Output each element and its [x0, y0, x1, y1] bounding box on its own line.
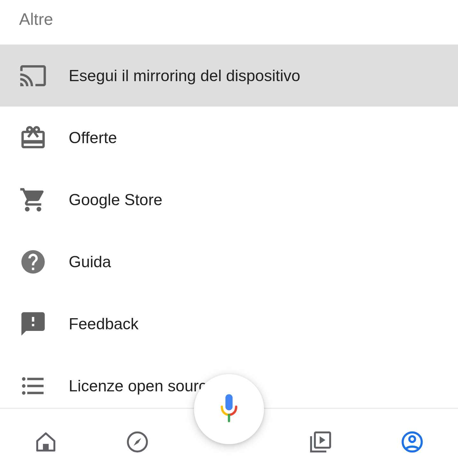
menu-item-label: Offerte	[69, 129, 117, 147]
menu-item-feedback[interactable]: Feedback	[0, 293, 458, 355]
nav-explore[interactable]	[126, 431, 149, 454]
nav-media[interactable]	[309, 431, 332, 454]
page-header: Altre	[0, 0, 458, 45]
menu-item-store[interactable]: Google Store	[0, 169, 458, 231]
cart-icon	[19, 186, 47, 214]
nav-account[interactable]	[401, 431, 424, 454]
menu-item-label: Licenze open source	[69, 377, 215, 395]
menu-item-label: Guida	[69, 253, 111, 271]
menu-item-label: Google Store	[69, 191, 163, 209]
svg-rect-2	[43, 444, 49, 451]
menu-item-offers[interactable]: Offerte	[0, 107, 458, 169]
menu-item-cast[interactable]: Esegui il mirroring del dispositivo	[0, 45, 458, 107]
menu-item-label: Feedback	[69, 315, 139, 333]
list-icon	[19, 372, 47, 400]
menu-item-help[interactable]: Guida	[0, 231, 458, 293]
feedback-icon	[19, 310, 47, 338]
menu-item-label: Esegui il mirroring del dispositivo	[69, 66, 300, 85]
menu-list: Esegui il mirroring del dispositivo Offe…	[0, 45, 458, 417]
voice-assistant-button[interactable]	[194, 374, 264, 444]
mic-icon	[218, 394, 240, 424]
svg-rect-0	[226, 394, 233, 410]
home-icon	[34, 430, 57, 455]
compass-icon	[126, 430, 149, 455]
gift-icon	[19, 124, 47, 152]
nav-home[interactable]	[34, 431, 57, 454]
svg-point-6	[409, 436, 415, 442]
video-library-icon	[309, 430, 332, 455]
help-icon	[19, 248, 47, 276]
cast-icon	[19, 62, 47, 90]
account-icon	[401, 430, 424, 455]
page-title: Altre	[19, 10, 439, 29]
